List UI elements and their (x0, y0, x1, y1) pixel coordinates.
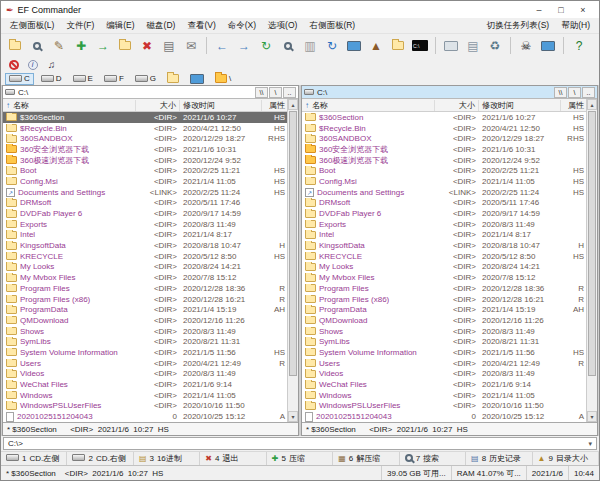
file-row[interactable]: DRMsoft<DIR>2020/5/11 17:46 (3, 198, 287, 209)
file-row[interactable]: WeChat Files<DIR>2021/1/6 9:14 (302, 379, 586, 390)
file-row[interactable]: Shows<DIR>2020/8/3 11:49 (3, 326, 287, 337)
scroll-up-icon[interactable]: ▴ (587, 99, 597, 110)
file-row[interactable]: Windows<DIR>2021/1/4 11:05 (3, 390, 287, 401)
fn-key-9-icon[interactable]: ▲ (538, 454, 546, 463)
file-row[interactable]: DRMsoft<DIR>2020/5/11 17:46 (302, 198, 586, 209)
file-row[interactable]: Users<DIR>2020/4/21 12:49R (3, 358, 287, 369)
file-row[interactable]: KingsoftData<DIR>2020/8/18 10:47H (3, 240, 287, 251)
file-row[interactable]: $Recycle.Bin<DIR>2020/4/21 12:50HS (3, 123, 287, 134)
file-row[interactable]: ProgramData<DIR>2021/1/4 15:19AH (302, 304, 586, 315)
network-root-button[interactable]: \\ (554, 87, 567, 98)
scroll-down-icon[interactable]: ▾ (288, 411, 298, 422)
menu-item-4[interactable]: 查看(V) (181, 20, 221, 32)
file-row[interactable]: My Looks<DIR>2020/8/24 14:21 (302, 262, 586, 273)
column-attr[interactable]: 属性 (561, 100, 586, 111)
menu-item-6[interactable]: 选项(O) (262, 20, 303, 32)
file-row[interactable]: Config.Msi<DIR>2021/1/4 11:05HS (3, 176, 287, 187)
file-row[interactable]: 2020102515120404302020/10/25 15:12A (302, 411, 586, 422)
forward-icon[interactable]: → (234, 36, 254, 55)
file-row[interactable]: My Mvbox Files<DIR>2020/7/8 15:12 (3, 272, 287, 283)
parent-dir-button[interactable]: .. (283, 87, 296, 98)
terminal-icon[interactable]: C:\ (410, 36, 430, 55)
root-button[interactable]: \ (269, 87, 282, 98)
fn-key-4-icon[interactable]: ✖ (205, 454, 212, 463)
menu-item-3[interactable]: 磁盘(D) (141, 20, 182, 32)
open-folder-icon[interactable] (5, 36, 25, 55)
drive-button-F[interactable]: F (100, 73, 128, 85)
command-line[interactable]: C:\> ▾ (3, 437, 597, 450)
fn-key-1-button[interactable]: 1CD.左侧 (1, 452, 67, 465)
fn-key-3-button[interactable]: ▤316进制 (134, 452, 200, 465)
menu-right-item-0[interactable]: 切换任务列表(S) (481, 20, 555, 32)
fn-key-3-icon[interactable]: ▤ (139, 454, 147, 463)
file-row[interactable]: $360Section<DIR>2021/1/6 10:27HS (302, 112, 586, 123)
column-name[interactable]: ↑名称 (302, 100, 435, 111)
file-row[interactable]: Videos<DIR>2020/8/3 11:49 (3, 369, 287, 380)
file-row[interactable]: 360安全浏览器下载<DIR>2021/1/6 10:31 (3, 144, 287, 155)
delete-icon[interactable]: ✖ (137, 36, 157, 55)
file-row[interactable]: SymLibs<DIR>2020/8/21 11:31 (302, 336, 586, 347)
refresh-icon[interactable]: ↻ (256, 36, 276, 55)
file-row[interactable]: Windows<DIR>2021/1/4 11:05 (302, 390, 586, 401)
fn-key-7-icon[interactable] (405, 454, 413, 464)
fn-key-4-button[interactable]: ✖4退出 (200, 452, 266, 465)
block-icon[interactable] (5, 58, 22, 71)
file-row[interactable]: WindowsPSLUserFiles<DIR>2020/10/16 11:50 (3, 401, 287, 412)
history-dropdown-icon[interactable]: ▾ (588, 440, 592, 448)
network-root-button[interactable]: \\ (255, 87, 268, 98)
remote-desktop-icon[interactable] (344, 36, 364, 55)
file-row[interactable]: 360极速浏览器下载<DIR>2020/12/24 9:52 (3, 155, 287, 166)
fn-key-6-button[interactable]: ▦6解压缩 (333, 452, 399, 465)
view-file-icon[interactable] (27, 36, 47, 55)
file-row[interactable]: System Volume Information<DIR>2021/1/5 1… (3, 347, 287, 358)
fn-key-8-button[interactable]: ▤8历史记录 (466, 452, 532, 465)
drive-button-C[interactable]: C (5, 73, 34, 85)
edit-icon[interactable]: ✎ (49, 36, 69, 55)
column-attr[interactable]: 属性 (262, 100, 287, 111)
scroll-track[interactable] (587, 110, 597, 411)
fn-key-2-button[interactable]: 2CD.右侧 (67, 452, 133, 465)
file-row[interactable]: Intel<DIR>2021/1/4 8:17 (3, 230, 287, 241)
file-row[interactable]: ↗Documents and Settings<LINK>2020/2/25 1… (3, 187, 287, 198)
menu-item-0[interactable]: 左侧面板(L) (4, 20, 60, 32)
copy-icon[interactable]: ✚ (71, 36, 91, 55)
search-icon[interactable] (278, 36, 298, 55)
file-row[interactable]: Program Files<DIR>2020/12/28 18:36R (302, 283, 586, 294)
compare-icon[interactable]: ▥ (300, 36, 320, 55)
menu-item-7[interactable]: 右侧面板(R) (303, 20, 361, 32)
file-row[interactable]: 360安全浏览器下载<DIR>2021/1/6 10:31 (302, 144, 586, 155)
column-modified[interactable]: 修改时间 (479, 100, 561, 111)
maximize-button[interactable]: □ (550, 5, 572, 15)
file-row[interactable]: My Looks<DIR>2020/8/24 14:21 (3, 262, 287, 273)
column-size[interactable]: 大小 (435, 100, 479, 111)
file-row[interactable]: 2020102515120404302020/10/25 15:12A (3, 411, 287, 422)
menu-right-item-1[interactable]: 帮助(H) (555, 20, 596, 32)
file-row[interactable]: QMDownload<DIR>2020/12/16 11:26 (302, 315, 586, 326)
file-row[interactable]: Shows<DIR>2020/8/3 11:49 (302, 326, 586, 337)
file-row[interactable]: DVDFab Player 6<DIR>2020/9/17 14:59 (302, 208, 586, 219)
pyramid-icon[interactable]: ▲ (366, 36, 386, 55)
file-row[interactable]: Boot<DIR>2020/2/25 11:21HS (3, 165, 287, 176)
fax-icon[interactable]: ▤ (463, 36, 483, 55)
file-row[interactable]: Exports<DIR>2020/8/3 11:49 (3, 219, 287, 230)
menu-item-5[interactable]: 命令(X) (222, 20, 262, 32)
back-icon[interactable]: ← (212, 36, 232, 55)
fn-key-9-button[interactable]: ▲9目录大小 (533, 452, 599, 465)
right-scrollbar[interactable]: ▴ ▾ (586, 99, 597, 422)
parent-dir-button[interactable]: .. (582, 87, 595, 98)
scroll-track[interactable] (288, 110, 298, 411)
shutdown-icon[interactable] (441, 36, 461, 55)
print-icon[interactable]: ▤ (159, 36, 179, 55)
fn-key-6-icon[interactable]: ▦ (338, 454, 346, 463)
folder-shortcut-button[interactable] (163, 73, 183, 85)
close-button[interactable]: × (572, 5, 594, 15)
move-icon[interactable]: → (93, 36, 113, 55)
menu-item-2[interactable]: 编辑(E) (100, 20, 140, 32)
file-row[interactable]: Program Files (x86)<DIR>2020/12/28 16:21… (3, 294, 287, 305)
file-row[interactable]: $Recycle.Bin<DIR>2020/4/21 12:50HS (302, 123, 586, 134)
fn-key-8-icon[interactable]: ▤ (471, 454, 479, 463)
file-row[interactable]: KRECYCLE<DIR>2020/5/12 8:50HS (3, 251, 287, 262)
kill-task-icon[interactable]: ☠ (516, 36, 536, 55)
email-icon[interactable]: ✉ (181, 36, 201, 55)
column-modified[interactable]: 修改时间 (180, 100, 262, 111)
